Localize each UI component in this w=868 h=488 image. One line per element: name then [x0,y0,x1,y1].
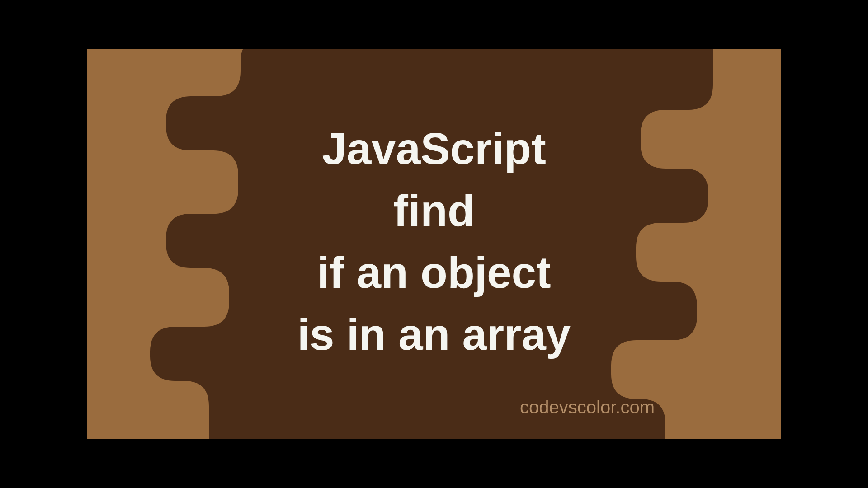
content-container: JavaScript find if an object is in an ar… [87,49,781,439]
card-wrapper: JavaScript find if an object is in an ar… [0,0,868,488]
watermark-text: codevscolor.com [520,397,655,418]
thumbnail-card: JavaScript find if an object is in an ar… [87,49,781,439]
main-title: JavaScript find if an object is in an ar… [297,118,571,366]
